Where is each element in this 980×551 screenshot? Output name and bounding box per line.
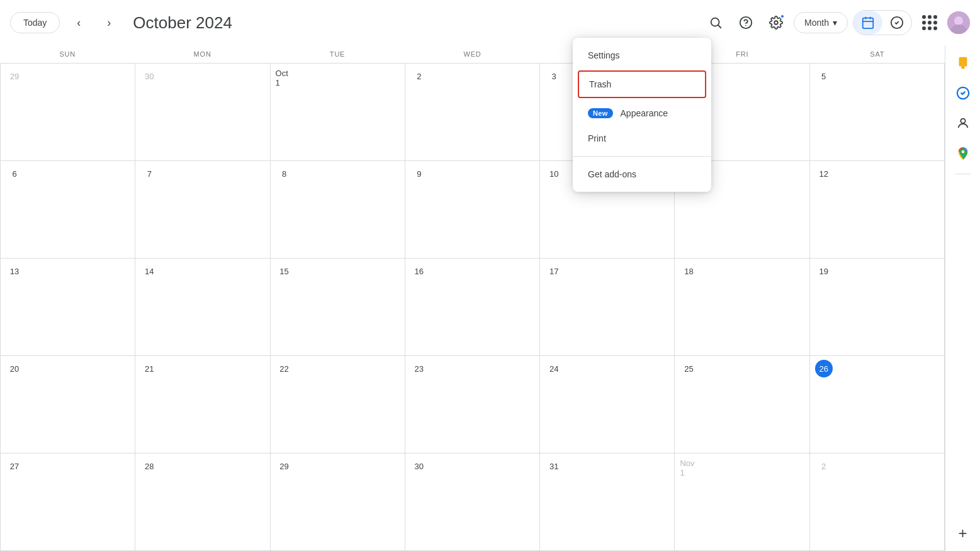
day-number[interactable]: 25 [680, 360, 697, 377]
calendar-icon [861, 16, 875, 30]
calendar-cell-oct6[interactable]: 6 [1, 161, 135, 259]
calendar-cell-oct24[interactable]: 24 [540, 356, 675, 454]
calendar-cell-oct17[interactable]: 17 [540, 259, 675, 356]
get-addons-menu-label: Get add-ons [588, 169, 636, 179]
calendar-cell-oct27[interactable]: 27 [1, 454, 135, 551]
day-number[interactable]: 8 [276, 165, 293, 182]
search-button[interactable] [703, 10, 728, 35]
day-number[interactable]: 24 [545, 360, 563, 377]
calendar-cell-oct25[interactable]: 25 [675, 356, 809, 454]
calendar-cell-oct22[interactable]: 22 [271, 356, 405, 454]
day-number[interactable]: 28 [140, 457, 158, 475]
day-number[interactable]: 7 [140, 165, 158, 182]
view-toggle-group [853, 10, 912, 35]
day-number[interactable]: 10 [545, 165, 563, 182]
settings-menu-item[interactable]: Settings [573, 43, 711, 68]
day-number[interactable]: 29 [276, 457, 293, 475]
calendar-cell-oct23[interactable]: 23 [405, 356, 540, 454]
print-menu-label: Print [588, 133, 606, 143]
calendar-cell-oct20[interactable]: 20 [1, 356, 135, 454]
day-number-today[interactable]: 26 [815, 360, 833, 377]
calendar-cell-oct2[interactable]: 2 [405, 64, 540, 161]
day-number[interactable]: 17 [545, 262, 563, 280]
day-number[interactable]: 12 [815, 165, 833, 182]
calendar-view-button[interactable] [853, 11, 882, 35]
day-number[interactable]: 30 [410, 457, 428, 475]
trash-menu-item[interactable]: Trash [578, 70, 706, 98]
calendar-cell-oct18[interactable]: 18 [675, 259, 809, 356]
day-number[interactable]: 21 [140, 360, 158, 377]
calendar-cell-oct19[interactable]: 19 [810, 259, 945, 356]
day-number[interactable]: 13 [6, 262, 23, 280]
calendar-cell-oct21[interactable]: 21 [135, 356, 270, 454]
svg-point-11 [954, 16, 963, 25]
view-select-button[interactable]: Month ▾ [794, 12, 848, 33]
calendar-cell-oct28[interactable]: 28 [135, 454, 270, 551]
day-number[interactable]: 23 [410, 360, 428, 377]
calendar-cell-oct13[interactable]: 13 [1, 259, 135, 356]
prev-month-button[interactable]: ‹ [67, 11, 90, 34]
day-number[interactable]: 20 [6, 360, 23, 377]
calendar-cell-oct14[interactable]: 14 [135, 259, 270, 356]
calendar-cell-oct12[interactable]: 12 [810, 161, 945, 259]
calendar-cell-nov2[interactable]: 2 [810, 454, 945, 551]
day-number[interactable]: 30 [140, 67, 158, 85]
day-number[interactable]: 15 [276, 262, 293, 280]
contacts-icon [956, 116, 970, 130]
calendar-cell-oct15[interactable]: 15 [271, 259, 405, 356]
calendar-cell-oct29[interactable]: 29 [271, 454, 405, 551]
day-number[interactable]: 2 [815, 457, 833, 475]
settings-button[interactable] [763, 10, 789, 35]
day-number[interactable]: 6 [6, 165, 23, 182]
day-number[interactable]: 27 [6, 457, 23, 475]
next-month-button[interactable]: › [98, 11, 120, 34]
calendar-cell-sep29[interactable]: 29 [1, 64, 135, 161]
calendar-container: SUN MON TUE WED THU FRI SAT 29 30 Oct 1 … [0, 45, 980, 551]
tasks-sidebar-button[interactable] [950, 81, 976, 106]
calendar-cell-oct31[interactable]: 31 [540, 454, 675, 551]
maps-sidebar-button[interactable] [950, 141, 976, 166]
add-sidebar-button[interactable]: + [950, 521, 976, 546]
keep-sidebar-button[interactable] [950, 50, 976, 75]
tasks-view-button[interactable] [882, 11, 911, 35]
day-number[interactable]: 2 [410, 67, 428, 85]
appearance-menu-item[interactable]: New Appearance [573, 101, 711, 126]
calendar-cell-nov1[interactable]: Nov 1 [675, 454, 809, 551]
apps-button[interactable] [917, 10, 942, 35]
gear-notification-dot [780, 14, 785, 19]
day-headers: SUN MON TUE WED THU FRI SAT [0, 45, 945, 64]
calendar-cell-oct30[interactable]: 30 [405, 454, 540, 551]
print-menu-item[interactable]: Print [573, 126, 711, 151]
day-header-mon: MON [135, 45, 269, 63]
day-number[interactable]: 9 [410, 165, 428, 182]
svg-point-17 [960, 119, 965, 123]
get-addons-menu-item[interactable]: Get add-ons [573, 162, 711, 187]
day-number[interactable]: 14 [140, 262, 158, 280]
day-number[interactable]: 31 [545, 457, 563, 475]
day-number[interactable]: 18 [680, 262, 697, 280]
day-number[interactable]: 22 [276, 360, 293, 377]
calendar-cell-oct1[interactable]: Oct 1 [271, 64, 405, 161]
user-avatar[interactable] [947, 11, 970, 34]
header-icons: Month ▾ [703, 10, 970, 35]
day-number[interactable]: 3 [545, 67, 563, 85]
today-button[interactable]: Today [10, 12, 60, 33]
day-number[interactable]: 19 [815, 262, 833, 280]
contacts-sidebar-button[interactable] [950, 111, 976, 136]
calendar-cell-oct7[interactable]: 7 [135, 161, 270, 259]
day-number[interactable]: Oct 1 [276, 69, 293, 87]
calendar-cell-oct8[interactable]: 8 [271, 161, 405, 259]
apps-grid-icon [922, 15, 937, 30]
day-number[interactable]: 5 [815, 67, 833, 85]
day-number[interactable]: 16 [410, 262, 428, 280]
help-button[interactable] [733, 10, 758, 35]
day-number[interactable]: 29 [6, 67, 23, 85]
day-number[interactable]: Nov 1 [680, 459, 697, 477]
calendar-cell-oct26[interactable]: 26 [810, 356, 945, 454]
calendar-cell-sep30[interactable]: 30 [135, 64, 270, 161]
settings-menu-label: Settings [588, 50, 620, 60]
day-header-wed: WED [405, 45, 539, 63]
calendar-cell-oct16[interactable]: 16 [405, 259, 540, 356]
calendar-cell-oct9[interactable]: 9 [405, 161, 540, 259]
calendar-cell-oct5[interactable]: 5 [810, 64, 945, 161]
